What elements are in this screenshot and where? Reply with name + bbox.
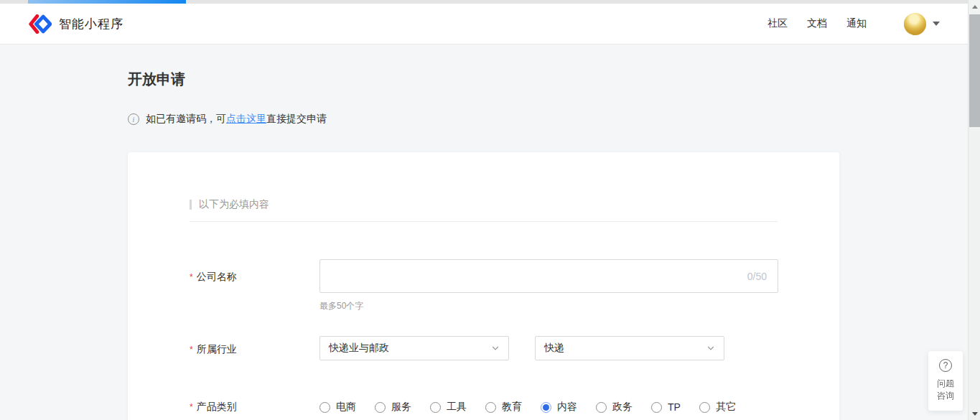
- nav-notifications[interactable]: 通知: [846, 17, 867, 30]
- company-name-label: * 公司名称: [190, 259, 319, 284]
- radio-icon: [485, 402, 496, 413]
- company-name-control: 0/50 最多50个字: [319, 259, 778, 312]
- industry-primary-value: 快递业与邮政: [329, 342, 389, 355]
- radio-option-其它[interactable]: 其它: [699, 401, 736, 414]
- radio-icon: [596, 402, 607, 413]
- browser-tab-strip: [0, 0, 980, 4]
- radio-label: 服务: [391, 401, 411, 414]
- radio-option-工具[interactable]: 工具: [430, 401, 467, 414]
- required-marker: *: [190, 401, 193, 414]
- logo-text: 智能小程序: [59, 16, 123, 32]
- radio-option-政务[interactable]: 政务: [596, 401, 633, 414]
- company-name-row: * 公司名称 0/50 最多50个字: [190, 259, 778, 312]
- section-divider: [190, 221, 778, 222]
- product-category-options: 电商服务工具教育内容政务TP其它: [319, 401, 736, 414]
- company-name-hint: 最多50个字: [319, 300, 778, 312]
- radio-icon: [375, 402, 386, 413]
- main-content: 开放申请 i 如已有邀请码，可点击这里直接提交申请 以下为必填内容 * 公司名称…: [0, 45, 980, 420]
- chevron-down-icon[interactable]: [933, 22, 940, 26]
- notice-prefix: 如已有邀请码，可: [146, 113, 226, 126]
- industry-label: * 所属行业: [190, 336, 319, 356]
- info-icon: i: [128, 113, 139, 125]
- radio-label: 政务: [612, 401, 633, 414]
- chevron-down-icon: [706, 344, 715, 353]
- radio-icon: [699, 402, 710, 413]
- nav-community[interactable]: 社区: [767, 17, 788, 30]
- scroll-down-arrow-icon[interactable]: [969, 408, 980, 419]
- section-title: 以下为必填内容: [199, 198, 269, 211]
- scroll-up-arrow-icon[interactable]: [969, 1, 980, 12]
- logo-icon: [29, 14, 52, 34]
- radio-icon: [541, 402, 551, 413]
- industry-row: * 所属行业 快递业与邮政 快递: [190, 336, 778, 360]
- scrollbar-thumb[interactable]: [969, 14, 980, 127]
- tab-loading-bar: [28, 0, 186, 4]
- radio-label: 内容: [557, 401, 577, 414]
- radio-label: 电商: [336, 401, 356, 414]
- radio-option-TP[interactable]: TP: [651, 401, 681, 413]
- product-category-row: * 产品类别 电商服务工具教育内容政务TP其它: [190, 401, 778, 414]
- header-nav: 社区 文档 通知: [748, 13, 940, 35]
- radio-icon: [319, 402, 330, 413]
- avatar[interactable]: [904, 13, 926, 35]
- nav-docs[interactable]: 文档: [807, 17, 827, 30]
- vertical-scrollbar[interactable]: [968, 0, 980, 420]
- radio-option-电商[interactable]: 电商: [319, 401, 356, 414]
- section-bar: [190, 200, 192, 210]
- required-section-header: 以下为必填内容: [190, 198, 778, 211]
- help-text: 问题 咨询: [928, 378, 963, 402]
- chevron-down-icon: [491, 344, 500, 353]
- radio-icon: [430, 402, 441, 413]
- radio-option-教育[interactable]: 教育: [485, 401, 522, 414]
- company-name-input[interactable]: [320, 260, 747, 292]
- radio-icon: [651, 402, 662, 413]
- application-form-card: 以下为必填内容 * 公司名称 0/50 最多50个字 * 所属行业: [128, 152, 839, 420]
- char-counter: 0/50: [747, 271, 778, 282]
- industry-secondary-select[interactable]: 快递: [535, 336, 724, 360]
- radio-label: 教育: [502, 401, 522, 414]
- required-marker: *: [190, 271, 193, 284]
- brand[interactable]: 智能小程序: [29, 14, 123, 34]
- app-header: 智能小程序 社区 文档 通知: [0, 4, 968, 45]
- help-consult-button[interactable]: ? 问题 咨询: [928, 351, 963, 411]
- invite-code-notice: i 如已有邀请码，可点击这里直接提交申请: [128, 113, 980, 126]
- company-name-input-wrap: 0/50: [319, 259, 778, 293]
- radio-option-内容[interactable]: 内容: [541, 401, 577, 414]
- radio-label: TP: [668, 401, 681, 413]
- required-marker: *: [190, 343, 193, 356]
- click-here-link[interactable]: 点击这里: [226, 113, 266, 126]
- industry-primary-select[interactable]: 快递业与邮政: [319, 336, 509, 360]
- page-title: 开放申请: [128, 45, 980, 89]
- notice-suffix: 直接提交申请: [266, 113, 327, 126]
- radio-label: 工具: [447, 401, 467, 414]
- industry-secondary-value: 快递: [544, 342, 564, 355]
- product-category-label: * 产品类别: [190, 401, 319, 414]
- radio-label: 其它: [716, 401, 736, 414]
- industry-selects: 快递业与邮政 快递: [319, 336, 724, 360]
- question-mark-icon: ?: [939, 359, 952, 372]
- radio-option-服务[interactable]: 服务: [375, 401, 411, 414]
